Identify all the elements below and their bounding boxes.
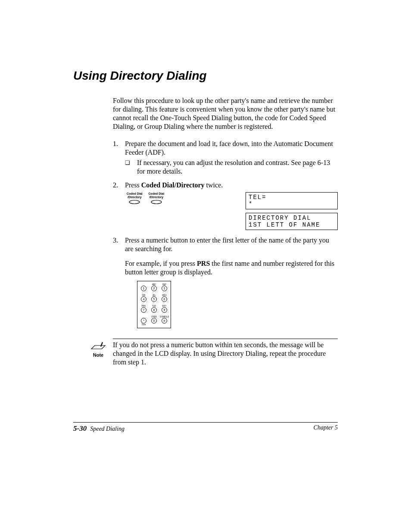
key-sub: Tone [142, 324, 146, 326]
keypad-key: MNO6 [161, 294, 168, 304]
step-1-text: Prepare the document and load it, face d… [125, 140, 333, 156]
step-1: 1. Prepare the document and load it, fac… [113, 140, 338, 176]
coded-dial-button-1: Coded Dial /Directory [127, 192, 143, 230]
coded-dial-buttons: Coded Dial /Directory Coded Dial [125, 192, 164, 230]
button-label-line2: /Directory [149, 196, 164, 199]
step-number: 2. [113, 181, 125, 230]
key-digit: 5 [151, 296, 157, 302]
svg-point-1 [151, 200, 162, 204]
key-digit: 6 [162, 296, 167, 302]
step-2-bold: Coded Dial/Directory [141, 181, 205, 189]
step-2: 2. Press Coded Dial/Directory twice. Cod… [113, 181, 338, 230]
page-title: Using Directory Dialing [73, 69, 338, 83]
step-number: 1. [113, 140, 125, 176]
keypad-key: WXY9 [161, 305, 168, 315]
key-digit: 4 [141, 296, 146, 302]
key-digit: 9 [162, 307, 167, 313]
step-text: Prepare the document and load it, face d… [125, 140, 338, 176]
keypad-key: ABC2 [150, 283, 158, 293]
keypad-key: GHI4 [140, 294, 147, 304]
button-label-line2: /Directory [128, 196, 142, 199]
steps-list: 1. Prepare the document and load it, fac… [113, 140, 338, 328]
key-digit: 3 [162, 286, 167, 291]
sub-text: If necessary, you can adjust the resolut… [137, 159, 338, 176]
footer-chapter: Chapter 5 [314, 424, 338, 433]
keypad-row: *ToneOPER0SYMBOLS# [140, 316, 168, 326]
step-1-sub: ❏ If necessary, you can adjust the resol… [125, 159, 338, 176]
keypad-key: OPER0 [150, 316, 158, 326]
keypad-row: 1ABC2DEF3 [140, 283, 168, 293]
footer-left: 5-30 Speed Dialing [73, 424, 125, 433]
keypad-key: 1 [140, 283, 147, 293]
page-number: 5-30 [73, 424, 87, 433]
lcd-display-1: TEL= * [246, 192, 338, 209]
key-digit: # [162, 318, 167, 324]
keypad-key: SYMBOLS# [161, 316, 168, 326]
key-digit: 7 [141, 307, 146, 313]
key-digit: * [141, 318, 146, 324]
step-2-figures: Coded Dial /Directory Coded Dial [125, 192, 338, 230]
lcd2-line2: 1ST LETT OF NAME [249, 221, 320, 228]
key-digit: 0 [151, 318, 157, 324]
oval-button-icon [150, 200, 162, 204]
step-3-example: For example, if you press PRS the first … [125, 259, 338, 277]
step-text: Press Coded Dial/Directory twice. Coded … [125, 181, 338, 230]
keypad-row: GHI4JKL5MNO6 [140, 294, 168, 304]
step-number: 3. [113, 236, 125, 328]
step-3: 3. Press a numeric button to enter the f… [113, 236, 338, 328]
coded-dial-button-2: Coded Dial /Directory [149, 192, 165, 230]
lcd-display-2: DIRECTORY DIAL 1ST LETT OF NAME [246, 213, 338, 230]
content-column: Follow this procedure to look up the oth… [113, 96, 338, 328]
lcd2-line1: DIRECTORY DIAL [249, 215, 311, 221]
step-3-text: Press a numeric button to enter the firs… [125, 236, 329, 252]
note-icon [90, 340, 106, 352]
button-label: Coded Dial /Directory [149, 192, 165, 199]
numeric-keypad: 1ABC2DEF3GHI4JKL5MNO6PRS7TUV8WXY9*ToneOP… [137, 281, 171, 328]
button-label-line1: Coded Dial [127, 192, 143, 195]
intro-paragraph: Follow this procedure to look up the oth… [113, 96, 338, 131]
note-icon-column: Note [73, 339, 113, 358]
lcd1-line1: TEL= [249, 194, 267, 201]
step-2-text-a: Press [125, 181, 141, 189]
lcd-displays: TEL= * DIRECTORY DIAL 1ST LETT OF NAME [246, 192, 338, 230]
page-footer: 5-30 Speed Dialing Chapter 5 [73, 422, 338, 433]
keypad-figure: 1ABC2DEF3GHI4JKL5MNO6PRS7TUV8WXY9*ToneOP… [137, 281, 338, 328]
keypad-key: PRS7 [140, 305, 147, 315]
lcd1-line2: * [249, 201, 253, 208]
example-bold: PRS [197, 260, 210, 267]
oval-button-icon [128, 200, 140, 204]
step-2-text-b: twice. [205, 181, 223, 189]
key-digit: 8 [151, 307, 157, 313]
key-digit: 2 [151, 286, 157, 291]
key-digit: 1 [141, 286, 146, 291]
keypad-key: JKL5 [150, 294, 158, 304]
keypad-key: TUV8 [150, 305, 158, 315]
page: Using Directory Dialing Follow this proc… [0, 0, 411, 532]
step-text: Press a numeric button to enter the firs… [125, 236, 338, 328]
keypad-row: PRS7TUV8WXY9 [140, 305, 168, 315]
keypad-key: *Tone [140, 316, 147, 326]
button-label-line1: Coded Dial [149, 192, 165, 195]
svg-point-0 [129, 200, 140, 204]
footer-section: Speed Dialing [90, 426, 125, 432]
note-block: Note If you do not press a numeric butto… [73, 339, 338, 367]
example-a: For example, if you press [125, 260, 197, 267]
note-text: If you do not press a numeric button wit… [113, 339, 338, 367]
sub-bullet-icon: ❏ [125, 159, 137, 176]
keypad-key: DEF3 [161, 283, 168, 293]
note-label: Note [93, 352, 103, 358]
button-label: Coded Dial /Directory [127, 192, 143, 199]
